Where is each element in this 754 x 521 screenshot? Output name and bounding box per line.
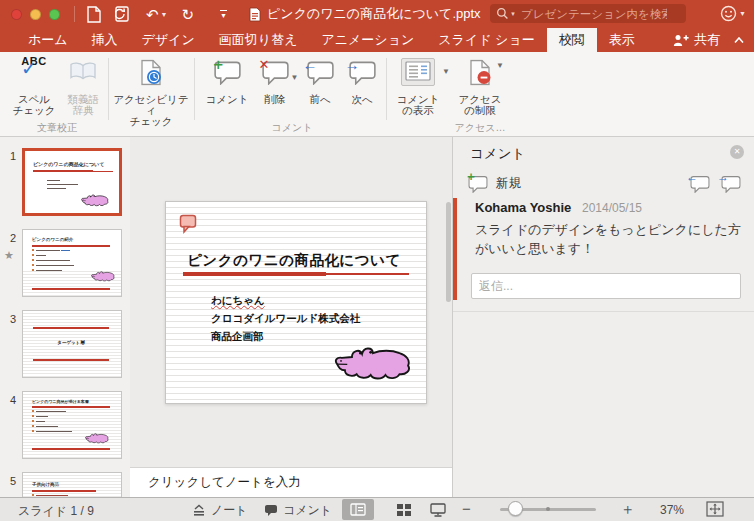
zoom-in-button[interactable]: ＋ (620, 500, 635, 519)
slide-counter: スライド 1 / 9 (18, 503, 94, 520)
comment-marker-icon[interactable] (179, 214, 200, 234)
new-comment-panel-icon: ＋ (468, 174, 489, 193)
thumbnail-slide-3[interactable]: ターゲット層 (22, 310, 122, 378)
thumbnail-number: 1 (4, 150, 16, 162)
titlebar: ↶▼ ↻ ▼ ピンクのワニの商品化について.pptx ▼ ▼ (0, 0, 754, 28)
spell-check-icon: ABC✓ (17, 56, 51, 86)
new-comment-panel-button[interactable]: ＋ 新規 (468, 174, 521, 193)
thesaurus-button[interactable]: 類義語辞典 (60, 56, 106, 118)
previous-comment-button[interactable]: ← 前へ (300, 56, 340, 118)
comments-group-label: コメント (202, 121, 382, 135)
slide-sorter-view-button[interactable] (388, 499, 420, 520)
notes-placeholder: クリックしてノートを入力 (148, 474, 301, 491)
document-title-area: ピンクのワニの商品化について.pptx (249, 5, 481, 23)
undo-dropdown-caret[interactable]: ▼ (161, 11, 168, 18)
croc-doodle[interactable] (334, 343, 412, 382)
thesaurus-book-icon (69, 61, 97, 82)
ribbon-divider (108, 58, 109, 120)
show-comments-button[interactable]: ▼ コメントの表示 (392, 56, 444, 118)
undo-button[interactable]: ↶▼ (146, 7, 168, 22)
share-label: 共有 (694, 31, 720, 49)
thumbnail-slide-4[interactable]: ピンクのワニ商品が受ける客層 (22, 391, 122, 459)
tab-slideshow[interactable]: スライド ショー (426, 28, 546, 52)
tab-animations[interactable]: アニメーション (309, 28, 426, 52)
new-comment-button[interactable]: ＋ コメント (202, 56, 252, 118)
delete-comment-button[interactable]: ✕ ▼ 削除 (252, 56, 298, 118)
ribbon-tabbar: ホーム 挿入 デザイン 画面切り替え アニメーション スライド ショー 校閲 表… (0, 28, 754, 52)
comment-text: スライドのデザインをもっとピンクにした方がいいと思います！ (475, 220, 751, 258)
thumbnail-slide-2[interactable]: ピンクのワニの紹介 (22, 229, 122, 297)
spell-check-button[interactable]: ABC✓ スペルチェック (8, 56, 60, 118)
comments-panel: コメント ✕ ＋ 新規 ← → Kohama Yoshie 2014/05/15 (452, 137, 754, 497)
slide-area-scrollbar[interactable] (446, 202, 451, 302)
toolbar-options-button[interactable]: ▼ (220, 10, 227, 19)
feedback-smiley-button[interactable]: ▼ (720, 5, 746, 22)
ribbon-divider (194, 58, 195, 120)
tab-home[interactable]: ホーム (16, 28, 80, 52)
save-icon[interactable] (115, 6, 132, 22)
croc-doodle-mini (81, 193, 109, 207)
smiley-icon (720, 5, 737, 22)
tab-insert[interactable]: 挿入 (80, 28, 130, 52)
fit-to-window-icon (706, 501, 724, 517)
previous-comment-panel-button[interactable]: ← (690, 174, 711, 193)
search-box[interactable]: ▼ (490, 4, 686, 23)
comment-author: Kohama Yoshie (475, 200, 571, 215)
restrict-access-icon (469, 59, 491, 86)
access-group-label: アクセス… (450, 121, 510, 135)
comment-reply-input[interactable] (471, 273, 741, 299)
notes-pane[interactable]: クリックしてノートを入力 (130, 467, 452, 497)
zoom-slider-thumb[interactable] (508, 501, 523, 516)
fullscreen-window-button[interactable] (49, 9, 60, 20)
fit-slide-to-window-button[interactable] (706, 501, 724, 521)
new-document-icon[interactable] (87, 6, 101, 23)
redo-button[interactable]: ↻ (182, 7, 195, 22)
zoom-out-button[interactable]: − (462, 500, 471, 517)
comments-toggle-button[interactable]: コメント (264, 502, 332, 519)
delete-dropdown-caret[interactable]: ▼ (291, 72, 299, 83)
share-person-icon (673, 34, 689, 46)
close-window-button[interactable] (11, 9, 22, 20)
normal-view-button[interactable] (342, 499, 374, 520)
zoom-slider-midpoint (546, 507, 550, 511)
titlebar-divider (74, 6, 75, 22)
title-underline-thin (326, 273, 409, 275)
close-comments-panel-button[interactable]: ✕ (730, 145, 744, 159)
share-button[interactable]: 共有 (673, 31, 720, 49)
subtitle-line-1: わにちゃん (211, 294, 265, 306)
slide-subtitle-block[interactable]: わにちゃん クロコダイルワールド株式会社 商品企画部 (211, 291, 360, 345)
comment-card-divider (453, 311, 754, 312)
minimize-window-button[interactable] (30, 9, 41, 20)
comment-date: 2014/05/15 (582, 201, 642, 215)
tab-design[interactable]: デザイン (130, 28, 207, 52)
status-bar: スライド 1 / 9 ノート コメント − ＋ 37% (0, 497, 754, 521)
croc-doodle-mini (91, 270, 115, 282)
tab-view[interactable]: 表示 (597, 28, 647, 52)
slide-title[interactable]: ピンクのワニの商品化について (187, 251, 401, 270)
collapse-ribbon-icon[interactable] (734, 37, 744, 43)
slide-canvas[interactable]: ピンクのワニの商品化について わにちゃん クロコダイルワールド株式会社 商品企画… (165, 201, 427, 404)
tab-transitions[interactable]: 画面切り替え (207, 28, 310, 52)
restrict-access-caret[interactable]: ▼ (496, 60, 504, 71)
show-comments-caret[interactable]: ▼ (442, 66, 450, 77)
slideshow-view-button[interactable] (422, 499, 454, 520)
document-title: ピンクのワニの商品化について.pptx (267, 5, 481, 23)
notes-toggle-button[interactable]: ノート (192, 502, 248, 519)
restrict-access-button[interactable]: ▼ アクセスの制限 (452, 56, 508, 118)
next-comment-button[interactable]: → 次へ (342, 56, 382, 118)
comments-bubble-icon (264, 504, 278, 517)
next-comment-panel-button[interactable]: → (721, 174, 742, 193)
ribbon-review: ABC✓ スペルチェック 類義語辞典 文章校正 アクセシビリティチェック (0, 52, 754, 137)
show-comments-icon (401, 58, 435, 86)
thumbnail-slide-1[interactable]: ピンクのワニの商品化について (22, 148, 122, 216)
notes-icon (192, 504, 206, 517)
new-comment-icon: ＋ (214, 60, 241, 90)
normal-view-icon (350, 503, 366, 516)
search-input[interactable] (519, 7, 669, 21)
zoom-level: 37% (660, 503, 684, 517)
animation-star-icon: ★ (4, 249, 14, 262)
accessibility-check-button[interactable]: アクセシビリティチェック (112, 56, 190, 118)
search-scope-caret[interactable]: ▼ (510, 11, 516, 17)
ribbon-divider (386, 58, 387, 120)
tab-review[interactable]: 校閲 (547, 28, 597, 52)
